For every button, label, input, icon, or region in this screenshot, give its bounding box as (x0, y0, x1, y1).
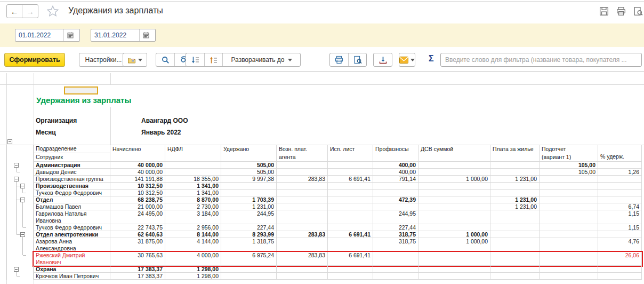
row-label[interactable]: Азарова Анна Александровна (34, 238, 110, 252)
cell[interactable]: 105,00 (540, 169, 598, 176)
cell[interactable] (418, 162, 490, 169)
cell[interactable]: 3 184,00 (165, 210, 221, 224)
date-from-calendar-icon[interactable] (63, 29, 76, 41)
cell[interactable] (373, 203, 418, 210)
cell[interactable]: 22 743,75 (110, 224, 165, 231)
cell[interactable] (221, 273, 277, 280)
row-label[interactable]: Администрация (34, 162, 110, 169)
cell[interactable]: 472,39 (373, 196, 418, 203)
cell[interactable] (277, 266, 328, 273)
collapse-group-icon[interactable] (7, 139, 12, 144)
cell[interactable] (373, 266, 418, 273)
cell[interactable]: 40 000,00 (110, 162, 165, 169)
row-label[interactable]: Балмашов Павел Андреевич (34, 203, 110, 210)
cell[interactable]: 1 341,00 (165, 190, 221, 196)
cell[interactable] (418, 210, 490, 224)
cell[interactable] (277, 210, 328, 224)
cell[interactable] (540, 224, 598, 231)
generate-button[interactable]: Сформировать (4, 53, 65, 67)
cell[interactable]: 400,00 (373, 162, 418, 169)
cell[interactable] (328, 162, 373, 169)
cell[interactable]: 40 000,00 (110, 169, 165, 176)
cell[interactable]: 4 144,00 (165, 238, 221, 252)
collapse-group-icon[interactable] (14, 163, 19, 168)
cell[interactable]: 1 318,75 (221, 238, 277, 252)
row-label[interactable]: Производственная группа (34, 183, 110, 190)
collapse-group-icon[interactable] (20, 198, 25, 202)
collapse-group-icon[interactable] (14, 267, 19, 272)
settings-button[interactable]: Настройки... (79, 53, 128, 67)
cell[interactable] (418, 266, 490, 273)
cell[interactable]: 1 231,00 (221, 203, 277, 210)
cell[interactable]: 105,00 (540, 162, 598, 169)
cell[interactable]: 9 997,38 (221, 176, 277, 183)
print-report-button[interactable] (330, 53, 348, 66)
cell[interactable]: 1,15 (598, 210, 642, 224)
cell[interactable] (221, 183, 277, 190)
preview-icon[interactable] (633, 6, 643, 16)
cell[interactable] (490, 266, 540, 273)
cell[interactable]: 2 956,00 (165, 224, 221, 231)
cell[interactable]: 6 691,41 (328, 252, 373, 266)
cell[interactable] (418, 203, 490, 210)
cell[interactable]: 283,83 (277, 231, 328, 238)
cell[interactable] (598, 196, 642, 203)
row-label[interactable]: Гаврилова Наталья Ивановна (34, 210, 110, 224)
cell[interactable]: 318,75 (373, 231, 418, 238)
save-result-button[interactable] (374, 53, 392, 66)
cell[interactable] (373, 252, 418, 266)
cell[interactable] (418, 273, 490, 280)
cell[interactable]: 1 000,00 (418, 176, 490, 183)
cell[interactable]: 1,15 (598, 224, 642, 231)
cell[interactable]: 17 383,37 (110, 266, 165, 273)
cell[interactable] (490, 190, 540, 196)
cell[interactable] (598, 231, 642, 238)
cell[interactable] (598, 273, 642, 280)
cell[interactable] (418, 252, 490, 266)
cell[interactable]: 6 691,41 (328, 231, 373, 238)
cell[interactable] (277, 273, 328, 280)
cell[interactable]: 68 238,75 (110, 196, 165, 203)
cell[interactable]: 8 870,00 (165, 196, 221, 203)
cell[interactable]: 1 231,00 (490, 176, 540, 183)
cell[interactable] (540, 196, 598, 203)
cell[interactable]: 4 000,00 (165, 252, 221, 266)
cell[interactable]: 141 191,88 (110, 176, 165, 183)
cell[interactable]: 505,00 (221, 169, 277, 176)
collapse-group-icon[interactable] (20, 184, 25, 188)
search-button[interactable] (156, 53, 174, 66)
cell[interactable] (418, 224, 490, 231)
cell[interactable]: 10 312,50 (110, 190, 165, 196)
report-variants-button[interactable] (123, 53, 147, 67)
cell[interactable]: 1 000,00 (418, 238, 490, 252)
cell[interactable]: 318,75 (373, 238, 418, 252)
row-label[interactable]: Тучков Федор Федорович (34, 190, 110, 196)
sum-button[interactable]: Σ (429, 54, 434, 64)
cell[interactable] (165, 162, 221, 169)
cell[interactable]: 10 312,50 (110, 183, 165, 190)
cell[interactable] (598, 176, 642, 183)
cell[interactable]: 8 144,00 (165, 231, 221, 238)
cell[interactable] (418, 196, 490, 203)
row-label[interactable]: Тучков Федор Федорович (34, 224, 110, 231)
cell[interactable] (328, 169, 373, 176)
cell[interactable] (277, 196, 328, 203)
cell[interactable]: 244,95 (221, 210, 277, 224)
cell[interactable] (221, 266, 277, 273)
expand-to-button[interactable]: Разворачивать до (222, 53, 300, 66)
cell[interactable] (540, 190, 598, 196)
cell[interactable] (490, 231, 540, 238)
row-label[interactable]: Крючков Иван Петрович (34, 273, 110, 280)
cell[interactable]: 24 495,00 (110, 210, 165, 224)
cell[interactable] (490, 162, 540, 169)
cell[interactable]: 1 703,39 (221, 196, 277, 203)
cell[interactable] (328, 273, 373, 280)
cell[interactable] (490, 252, 540, 266)
cell[interactable]: 227,44 (373, 224, 418, 231)
cell[interactable]: 1 231,00 (490, 196, 540, 203)
cell[interactable]: 26,06 (598, 252, 642, 266)
favorites-star-icon[interactable] (47, 5, 59, 17)
email-button[interactable] (399, 53, 415, 67)
cell[interactable] (490, 273, 540, 280)
cell[interactable]: 1,26 (598, 169, 642, 176)
